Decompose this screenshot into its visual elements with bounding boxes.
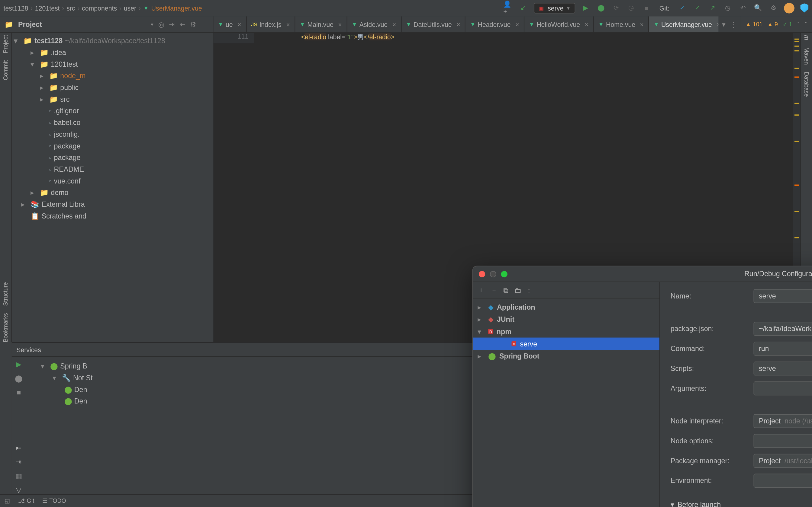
editor-tab[interactable]: JSindex.js×	[247, 16, 295, 32]
close-icon[interactable]: ×	[392, 21, 396, 28]
breadcrumb-file[interactable]: UserManager.vue	[151, 5, 202, 11]
tree-item[interactable]: ▫package	[12, 140, 213, 152]
config-tree-item[interactable]: ▸⬤Spring Boot	[473, 350, 659, 362]
project-title[interactable]: Project	[18, 20, 146, 29]
tree-item[interactable]: ▫jsconfig.	[12, 128, 213, 140]
editor-tab[interactable]: ▼Header.vue×	[465, 16, 524, 32]
chevron-down-icon[interactable]: ▾	[151, 21, 154, 27]
tree-item[interactable]: ▸📁node_m	[12, 70, 213, 82]
copy-icon[interactable]: ⧉	[503, 286, 508, 294]
tree-root[interactable]: ▾📁 test1128 ~/kaifa/IdeaWorkspace/test11…	[12, 35, 213, 47]
config-tree-item[interactable]: ▾nnpm	[473, 325, 659, 338]
run-icon[interactable]: ▶	[581, 3, 590, 13]
settings-icon[interactable]: ⚙	[769, 3, 778, 13]
run-config-selector[interactable]: ▣ serve ▾	[534, 3, 575, 13]
shield-icon[interactable]	[800, 3, 808, 13]
stop-icon[interactable]: ■	[17, 388, 21, 397]
rail-bookmarks[interactable]: Bookmarks	[2, 313, 9, 342]
zoom-window-icon[interactable]	[501, 271, 507, 277]
grid-icon[interactable]: ▦	[15, 472, 22, 480]
chevron-down-icon[interactable]: ▾	[722, 20, 726, 29]
arguments-input[interactable]: ＋⤢	[753, 382, 812, 395]
typo-indicator[interactable]: ✓ 1	[783, 21, 792, 27]
tree-item[interactable]: ▾📁1201test	[12, 59, 213, 70]
tree-item[interactable]: ▸📁public	[12, 82, 213, 94]
tree-item[interactable]: ▫vue.conf	[12, 175, 213, 187]
config-tree-item[interactable]: nserve	[473, 338, 659, 350]
command-select[interactable]: run▾	[753, 342, 812, 355]
coverage-icon[interactable]: ⟳	[611, 3, 621, 13]
tree-item[interactable]: ▸📚External Libra	[12, 199, 213, 210]
rail-commit[interactable]: Commit	[2, 60, 9, 80]
sort-icon[interactable]: ↕	[527, 286, 531, 294]
folder-icon[interactable]: 🗀	[514, 286, 521, 294]
node-interpreter-select[interactable]: Project node (/usr/local/bin/node) 18.12…	[753, 414, 812, 428]
tree-item[interactable]: ▫.gitignor	[12, 105, 213, 117]
close-icon[interactable]: ×	[238, 21, 241, 28]
editor-tab[interactable]: ▼DateUtils.vue×	[401, 16, 465, 32]
editor-tab[interactable]: ▼ue×	[213, 16, 247, 32]
settings-icon[interactable]: ⚙	[190, 20, 196, 29]
debug-icon[interactable]: ⬤	[15, 374, 22, 382]
rail-project[interactable]: Project	[2, 35, 9, 53]
breadcrumb-item[interactable]: src	[66, 5, 75, 11]
breadcrumb-item[interactable]: components	[82, 5, 117, 11]
collapse-icon[interactable]: ⇤	[16, 444, 21, 452]
chevron-down-icon[interactable]: ˅	[804, 21, 807, 27]
tree-item[interactable]: 📋Scratches and	[12, 210, 213, 222]
close-icon[interactable]: ×	[338, 21, 342, 28]
rail-m[interactable]: m	[803, 35, 810, 40]
editor-tab[interactable]: ▼UserManager.vue×	[649, 16, 718, 32]
close-window-icon[interactable]	[479, 271, 485, 277]
environment-input[interactable]: ▤	[753, 473, 812, 488]
node-options-input[interactable]: ⤢	[753, 434, 812, 448]
sync-icon[interactable]: ↙	[518, 3, 528, 13]
tree-item[interactable]: ▸📁src	[12, 94, 213, 105]
tree-item[interactable]: ▸📁.idea	[12, 47, 213, 59]
package-json-input[interactable]: ~/kaifa/IdeaWorkspace/test1128/1201test/…	[753, 322, 812, 336]
scripts-select[interactable]: serve▾	[753, 361, 812, 376]
stop-icon[interactable]: ■	[642, 3, 651, 13]
editor-tab[interactable]: ▼Main.vue×	[295, 16, 347, 32]
debug-icon[interactable]: ⬤	[596, 3, 606, 13]
commit-icon[interactable]: ✓	[693, 3, 702, 13]
select-opened-icon[interactable]: ◎	[158, 20, 164, 29]
rollback-icon[interactable]: ↶	[738, 3, 748, 13]
run-icon[interactable]: ▶	[16, 360, 21, 369]
tree-item[interactable]: ▸📁demo	[12, 187, 213, 199]
push-icon[interactable]: ↗	[708, 3, 717, 13]
close-icon[interactable]: ×	[286, 21, 290, 28]
add-user-icon[interactable]: 👤+	[503, 3, 513, 13]
close-icon[interactable]: ×	[515, 21, 519, 28]
close-icon[interactable]: ×	[585, 21, 589, 28]
rail-structure[interactable]: Structure	[2, 282, 9, 306]
tree-item[interactable]: ▫package	[12, 152, 213, 164]
add-icon[interactable]: ＋	[477, 285, 485, 295]
expand-icon[interactable]: ⇥	[169, 20, 174, 29]
breadcrumb-item[interactable]: test1128	[4, 5, 29, 11]
history-icon[interactable]: ◷	[723, 3, 732, 13]
weak-warn-indicator[interactable]: ▲ 9	[767, 21, 778, 27]
more-icon[interactable]: ⋮	[730, 20, 737, 29]
editor-tab[interactable]: ▼Aside.vue×	[347, 16, 401, 32]
warn-indicator[interactable]: ▲ 101	[745, 21, 762, 27]
editor-tab[interactable]: ▼HelloWorld.vue×	[524, 16, 594, 32]
git-tab[interactable]: ⎇ Git	[18, 498, 34, 504]
breadcrumb-item[interactable]: user	[124, 5, 136, 11]
search-icon[interactable]: 🔍	[753, 3, 763, 13]
filter-icon[interactable]: ▽	[16, 486, 21, 494]
config-tree-item[interactable]: ▸◆JUnit	[473, 313, 659, 325]
todo-tab[interactable]: ☰ TODO	[42, 498, 66, 504]
chevron-up-icon[interactable]: ˄	[797, 21, 800, 27]
hide-icon[interactable]: —	[201, 20, 208, 29]
editor-tab[interactable]: ▼Home.vue×	[594, 16, 649, 32]
corner-icon[interactable]: ◱	[5, 498, 10, 504]
breadcrumb-item[interactable]: 1201test	[35, 5, 60, 11]
update-icon[interactable]: ✓	[677, 3, 687, 13]
rail-maven[interactable]: Maven	[803, 47, 810, 65]
profiler-icon[interactable]: ◷	[626, 3, 636, 13]
collapse-icon[interactable]: ⇤	[180, 20, 185, 29]
name-input[interactable]: serve	[753, 289, 812, 303]
remove-icon[interactable]: －	[491, 285, 498, 295]
config-tree-item[interactable]: ▸◆Application	[473, 301, 659, 313]
